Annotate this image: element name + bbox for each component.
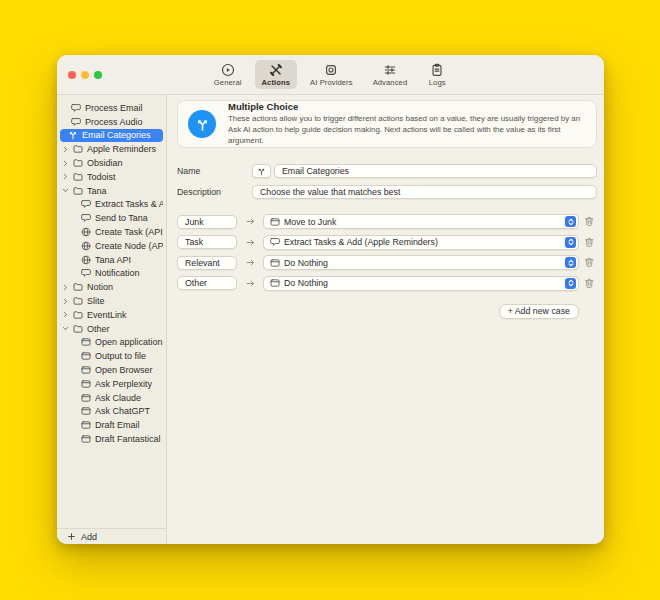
sidebar-item-label: Extract Tasks & Add bbox=[95, 199, 163, 209]
chevron-right-icon[interactable] bbox=[62, 284, 69, 291]
sidebar-item-label: Ask ChatGPT bbox=[95, 406, 150, 416]
case-value-input[interactable] bbox=[177, 235, 237, 249]
sidebar-item-ask-claude[interactable]: Ask Claude bbox=[60, 391, 163, 405]
sidebar-item-label: Open Browser bbox=[95, 365, 153, 375]
play-circle-icon bbox=[221, 63, 235, 77]
sidebar-item-create-task-api-[interactable]: Create Task (API) bbox=[60, 225, 163, 239]
close-button[interactable] bbox=[68, 71, 76, 79]
add-action-button[interactable]: Add bbox=[57, 528, 166, 544]
delete-case-button[interactable] bbox=[581, 237, 597, 248]
settings-window: General Actions AI Providers Advanced Lo… bbox=[57, 55, 604, 544]
folder-icon bbox=[73, 186, 83, 196]
tab-actions[interactable]: Actions bbox=[255, 60, 298, 89]
sidebar-item-draft-fantastical-event[interactable]: Draft Fantastical Event bbox=[60, 432, 163, 446]
description-input[interactable] bbox=[252, 185, 597, 199]
toolbar-tabs: General Actions AI Providers Advanced Lo… bbox=[207, 60, 454, 89]
clipboard-icon bbox=[430, 63, 444, 77]
chevron-right-icon[interactable] bbox=[62, 173, 69, 180]
updown-chevrons-icon[interactable] bbox=[565, 237, 576, 248]
zoom-button[interactable] bbox=[94, 71, 102, 79]
chevron-down-icon[interactable] bbox=[62, 325, 69, 332]
sidebar-item-obsidian[interactable]: Obsidian bbox=[60, 156, 163, 170]
updown-chevrons-icon[interactable] bbox=[565, 216, 576, 227]
case-action-select[interactable]: Do Nothing bbox=[263, 255, 579, 270]
delete-case-button[interactable] bbox=[581, 257, 597, 268]
bubble-icon bbox=[71, 103, 81, 113]
tab-ai-providers[interactable]: AI Providers bbox=[303, 60, 360, 89]
sidebar-item-tana-api[interactable]: Tana API bbox=[60, 253, 163, 267]
sidebar-item-ask-perplexity[interactable]: Ask Perplexity bbox=[60, 377, 163, 391]
name-input[interactable] bbox=[274, 164, 597, 178]
action-type-picker-button[interactable] bbox=[252, 164, 271, 178]
sidebar-item-label: Ask Claude bbox=[95, 393, 141, 403]
sidebar-item-eventlink[interactable]: EventLink bbox=[60, 308, 163, 322]
sidebar-item-create-node-api-[interactable]: Create Node (API) bbox=[60, 239, 163, 253]
folder-icon bbox=[73, 158, 83, 168]
arrow-right-icon bbox=[237, 217, 263, 226]
sidebar-item-extract-tasks-add[interactable]: Extract Tasks & Add bbox=[60, 198, 163, 212]
folder-icon bbox=[73, 324, 83, 334]
chevron-right-icon[interactable] bbox=[62, 298, 69, 305]
sidebar-item-todoist[interactable]: Todoist bbox=[60, 170, 163, 184]
bubble-icon bbox=[81, 199, 91, 209]
sidebar-item-ask-chatgpt[interactable]: Ask ChatGPT bbox=[60, 405, 163, 419]
window-icon bbox=[81, 379, 91, 389]
sidebar-item-label: Notion bbox=[87, 282, 113, 292]
case-action-select[interactable]: Move to Junk bbox=[263, 214, 579, 229]
case-action-select[interactable]: Extract Tasks & Add (Apple Reminders) bbox=[263, 235, 579, 250]
folder-icon bbox=[73, 172, 83, 182]
description-label: Description bbox=[177, 187, 252, 197]
actions-sidebar: Process EmailProcess AudioEmail Categori… bbox=[57, 95, 167, 544]
sidebar-item-process-audio[interactable]: Process Audio bbox=[60, 115, 163, 129]
arrow-right-icon bbox=[237, 258, 263, 267]
tab-label: Logs bbox=[429, 78, 446, 87]
delete-case-button[interactable] bbox=[581, 216, 597, 227]
case-action-label: Move to Junk bbox=[284, 217, 561, 227]
tab-advanced[interactable]: Advanced bbox=[366, 60, 415, 89]
case-value-input[interactable] bbox=[177, 215, 237, 229]
case-action-select[interactable]: Do Nothing bbox=[263, 276, 579, 291]
tab-general[interactable]: General bbox=[207, 60, 249, 89]
sidebar-item-notification[interactable]: Notification bbox=[60, 267, 163, 281]
window-icon bbox=[81, 351, 91, 361]
add-new-case-button[interactable]: + Add new case bbox=[499, 304, 579, 319]
sidebar-item-other[interactable]: Other bbox=[60, 322, 163, 336]
sidebar-item-tana[interactable]: Tana bbox=[60, 184, 163, 198]
sidebar-item-open-application[interactable]: Open application bbox=[60, 336, 163, 350]
sidebar-item-draft-email[interactable]: Draft Email bbox=[60, 418, 163, 432]
minimize-button[interactable] bbox=[81, 71, 89, 79]
case-value-input[interactable] bbox=[177, 276, 237, 290]
tab-label: AI Providers bbox=[310, 78, 353, 87]
updown-chevrons-icon[interactable] bbox=[565, 278, 576, 289]
plus-icon bbox=[67, 532, 76, 541]
sidebar-item-apple-reminders[interactable]: Apple Reminders bbox=[60, 142, 163, 156]
folder-icon bbox=[73, 296, 83, 306]
sidebar-item-label: Process Audio bbox=[85, 117, 143, 127]
sidebar-item-open-browser[interactable]: Open Browser bbox=[60, 363, 163, 377]
case-action-label: Do Nothing bbox=[284, 278, 561, 288]
tab-logs[interactable]: Logs bbox=[420, 60, 454, 89]
title-toolbar: General Actions AI Providers Advanced Lo… bbox=[57, 55, 604, 95]
chevron-right-icon[interactable] bbox=[62, 160, 69, 167]
window-icon bbox=[81, 365, 91, 375]
chevron-right-icon[interactable] bbox=[62, 311, 69, 318]
chevron-right-icon[interactable] bbox=[62, 146, 69, 153]
delete-case-button[interactable] bbox=[581, 278, 597, 289]
chevron-down-icon[interactable] bbox=[62, 187, 69, 194]
sidebar-item-notion[interactable]: Notion bbox=[60, 280, 163, 294]
sidebar-item-label: Notification bbox=[95, 268, 140, 278]
case-value-input[interactable] bbox=[177, 256, 237, 270]
globe-icon bbox=[81, 241, 91, 251]
sidebar-item-slite[interactable]: Slite bbox=[60, 294, 163, 308]
sidebar-item-label: Create Node (API) bbox=[95, 241, 163, 251]
updown-chevrons-icon[interactable] bbox=[565, 257, 576, 268]
add-action-label: Add bbox=[81, 532, 97, 542]
sidebar-item-send-to-tana[interactable]: Send to Tana bbox=[60, 211, 163, 225]
sidebar-item-process-email[interactable]: Process Email bbox=[60, 101, 163, 115]
sidebar-item-output-to-file[interactable]: Output to file bbox=[60, 349, 163, 363]
sidebar-item-label: Slite bbox=[87, 296, 105, 306]
window-icon bbox=[81, 420, 91, 430]
window-icon bbox=[270, 258, 280, 268]
sidebar-item-email-categories[interactable]: Email Categories bbox=[60, 129, 163, 143]
case-action-label: Extract Tasks & Add (Apple Reminders) bbox=[284, 237, 561, 247]
